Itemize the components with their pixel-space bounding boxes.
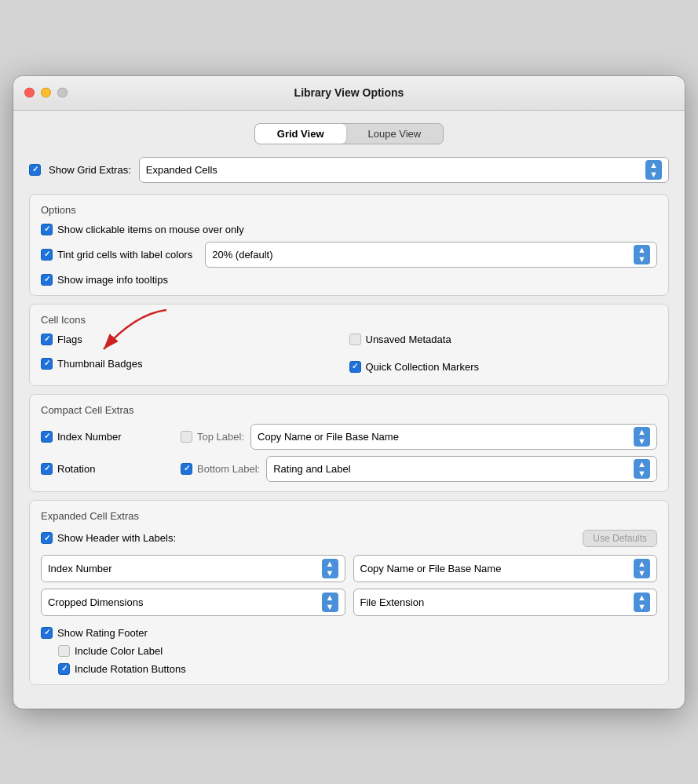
include-rotation-row: Include Rotation Buttons xyxy=(58,663,657,675)
cell-icon-thumbnail-row: Thumbnail Badges xyxy=(41,358,349,370)
expanded-dd-4-arrow: ▲▼ xyxy=(634,593,650,612)
expanded-dd-1[interactable]: Index Number ▲▼ xyxy=(41,555,345,582)
content-area: Grid View Loupe View Show Grid Extras: E… xyxy=(13,111,685,709)
show-grid-extras-value: Expanded Cells xyxy=(146,164,645,176)
show-header-row: Show Header with Labels: Use Defaults xyxy=(41,530,657,547)
compact-bottom-label-text: Bottom Label: xyxy=(197,463,260,475)
compact-rotation-checkbox[interactable] xyxy=(41,463,53,475)
expanded-cell-extras-title: Expanded Cell Extras xyxy=(41,510,657,522)
tint-dropdown[interactable]: 20% (default) ▲▼ xyxy=(205,242,657,268)
rating-footer-group: Show Rating Footer Include Color Label I… xyxy=(41,627,657,675)
compact-bottom-label-group: Bottom Label: xyxy=(181,463,260,475)
include-color-checkbox[interactable] xyxy=(58,645,70,657)
compact-cell-extras-section: Compact Cell Extras Index Number Top Lab… xyxy=(29,394,669,492)
options-title: Options xyxy=(41,204,657,216)
expanded-dd-2-value: Copy Name or File Base Name xyxy=(360,563,630,574)
tint-dropdown-value: 20% (default) xyxy=(212,249,634,261)
compact-top-label-text: Top Label: xyxy=(197,431,244,443)
cell-icons-grid: Flags Unsaved Metadata Thumbnail Badges … xyxy=(41,334,657,376)
tab-group: Grid View Loupe View xyxy=(254,123,444,144)
include-color-label: Include Color Label xyxy=(75,645,163,657)
compact-bottom-label-checkbox[interactable] xyxy=(181,463,192,475)
compact-rotation-label: Rotation xyxy=(57,463,95,475)
tint-dropdown-arrow: ▲▼ xyxy=(634,245,650,264)
show-header-checkbox[interactable] xyxy=(41,532,53,544)
expanded-dropdowns-grid: Index Number ▲▼ Copy Name or File Base N… xyxy=(41,555,657,616)
cell-icon-flags-checkbox[interactable] xyxy=(41,334,53,345)
option-tint-row: Tint grid cells with label colors 20% (d… xyxy=(41,242,657,268)
maximize-button[interactable] xyxy=(57,88,68,98)
options-section: Options Show clickable items on mouse ov… xyxy=(29,194,669,296)
compact-bottom-label-dropdown[interactable]: Rating and Label ▲▼ xyxy=(266,456,657,482)
window-title: Library View Options xyxy=(294,86,404,99)
expanded-dd-1-value: Index Number xyxy=(48,563,317,574)
tab-grid-view[interactable]: Grid View xyxy=(255,124,346,144)
cell-icon-unsaved-checkbox[interactable] xyxy=(349,334,361,345)
cell-icon-unsaved-label: Unsaved Metadata xyxy=(366,334,451,345)
option-clickable-checkbox[interactable] xyxy=(41,224,53,235)
compact-top-label-value: Copy Name or File Base Name xyxy=(258,431,629,443)
compact-top-label-group: Top Label: xyxy=(181,431,244,443)
compact-top-dd-arrow: ▲▼ xyxy=(634,427,650,447)
traffic-lights xyxy=(24,88,68,98)
compact-row-1: Index Number Top Label: Copy Name or Fil… xyxy=(41,424,657,450)
show-rating-checkbox[interactable] xyxy=(41,627,53,639)
titlebar: Library View Options xyxy=(13,76,685,111)
expanded-cell-extras-section: Expanded Cell Extras Show Header with La… xyxy=(29,500,669,685)
include-color-row: Include Color Label xyxy=(58,645,657,657)
tab-bar: Grid View Loupe View xyxy=(29,123,669,144)
cell-icon-thumbnail-label: Thumbnail Badges xyxy=(57,358,142,370)
compact-index-checkbox[interactable] xyxy=(41,431,53,443)
cell-icons-title: Cell Icons xyxy=(41,314,657,326)
expanded-dd-2[interactable]: Copy Name or File Base Name ▲▼ xyxy=(353,555,658,582)
option-tooltips-label: Show image info tooltips xyxy=(57,274,168,286)
minimize-button[interactable] xyxy=(41,88,51,98)
show-grid-extras-row: Show Grid Extras: Expanded Cells ▲▼ xyxy=(29,157,669,183)
show-header-group: Show Header with Labels: xyxy=(41,532,176,544)
option-tooltips-row: Show image info tooltips xyxy=(41,274,657,286)
cell-icons-inner: Flags Unsaved Metadata Thumbnail Badges … xyxy=(41,334,657,376)
close-button[interactable] xyxy=(24,88,35,98)
option-clickable-row: Show clickable items on mouse over only xyxy=(41,224,657,235)
show-grid-extras-checkbox[interactable] xyxy=(29,164,41,176)
cell-icons-section: Cell Icons Flags xyxy=(29,304,669,386)
expanded-dd-1-arrow: ▲▼ xyxy=(322,559,338,578)
include-rotation-checkbox[interactable] xyxy=(58,663,70,675)
cell-icon-flags-label: Flags xyxy=(57,334,82,345)
compact-row-2: Rotation Bottom Label: Rating and Label … xyxy=(41,456,657,482)
cell-icon-quick-checkbox[interactable] xyxy=(349,361,361,373)
compact-bottom-label-value: Rating and Label xyxy=(273,463,629,475)
expanded-dd-2-arrow: ▲▼ xyxy=(634,559,650,578)
expanded-dd-4-value: File Extension xyxy=(360,596,630,608)
compact-bottom-dd-arrow: ▲▼ xyxy=(634,459,650,479)
cell-icon-quick-label: Quick Collection Markers xyxy=(366,361,480,373)
use-defaults-button[interactable]: Use Defaults xyxy=(583,530,657,547)
compact-index-label: Index Number xyxy=(57,431,122,443)
show-rating-label: Show Rating Footer xyxy=(57,627,148,639)
compact-top-label-dropdown[interactable]: Copy Name or File Base Name ▲▼ xyxy=(250,424,657,450)
compact-top-label-checkbox[interactable] xyxy=(181,431,192,443)
compact-cell-extras-title: Compact Cell Extras xyxy=(41,404,657,416)
show-rating-row: Show Rating Footer xyxy=(41,627,657,639)
option-tint-checkbox[interactable] xyxy=(41,249,53,261)
expanded-dd-4[interactable]: File Extension ▲▼ xyxy=(353,589,658,616)
cell-icon-quick-row: Quick Collection Markers xyxy=(349,358,658,376)
cell-icon-flags-row: Flags xyxy=(41,334,349,345)
main-window: Library View Options Grid View Loupe Vie… xyxy=(13,76,685,709)
show-grid-extras-arrow: ▲▼ xyxy=(645,160,662,180)
tab-loupe-view[interactable]: Loupe View xyxy=(346,124,444,144)
option-clickable-label: Show clickable items on mouse over only xyxy=(57,224,244,235)
rating-sub-items: Include Color Label Include Rotation But… xyxy=(58,645,657,675)
expanded-dd-3-value: Cropped Dimensions xyxy=(48,596,317,608)
compact-index-group: Index Number xyxy=(41,431,174,443)
expanded-dd-3[interactable]: Cropped Dimensions ▲▼ xyxy=(41,589,345,616)
option-tint-label: Tint grid cells with label colors xyxy=(57,249,192,261)
show-header-label: Show Header with Labels: xyxy=(57,532,176,544)
include-rotation-label: Include Rotation Buttons xyxy=(75,663,186,675)
show-grid-extras-dropdown[interactable]: Expanded Cells ▲▼ xyxy=(139,157,669,183)
cell-icon-unsaved-row: Unsaved Metadata xyxy=(349,334,658,345)
option-tooltips-checkbox[interactable] xyxy=(41,274,53,286)
cell-icon-thumbnail-checkbox[interactable] xyxy=(41,358,53,370)
expanded-dd-3-arrow: ▲▼ xyxy=(322,593,338,612)
compact-rotation-group: Rotation xyxy=(41,463,174,475)
